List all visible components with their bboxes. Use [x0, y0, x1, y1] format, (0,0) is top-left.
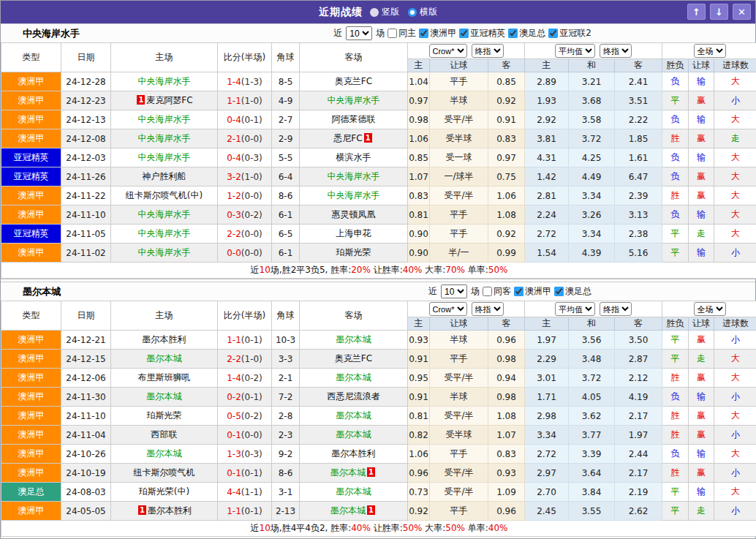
home-team-link[interactable]: 墨尔本胜利 [143, 334, 186, 344]
away-team-link[interactable]: 中央海岸水手 [328, 95, 380, 105]
same-venue-filter[interactable]: 同客 [482, 285, 511, 298]
home-team-link[interactable]: 神户胜利船 [143, 171, 186, 181]
home-team-link[interactable]: 中央海岸水手 [138, 133, 191, 143]
away-team-link[interactable]: 西悉尼流浪者 [328, 391, 380, 402]
avg-period-select[interactable]: 终指 [600, 44, 632, 58]
same-venue-filter[interactable]: 同主 [387, 27, 416, 39]
league-filter[interactable]: 亚冠联2 [548, 27, 591, 39]
home-team-link[interactable]: 中央海岸水手 [138, 152, 191, 162]
away-team-cell: 奥克兰FC [300, 72, 408, 91]
home-team-cell: 中央海岸水手 [111, 225, 218, 244]
home-team-link[interactable]: 西部联 [151, 429, 178, 440]
away-team-link[interactable]: 墨尔本城 [330, 505, 366, 516]
away-team-link[interactable]: 墨尔本城 [336, 429, 371, 440]
same-venue-checkbox[interactable] [388, 29, 397, 38]
odds-period-select[interactable]: 终指 [472, 302, 504, 316]
league-checkbox[interactable] [548, 29, 558, 38]
league-badge: 澳洲甲 [1, 110, 61, 129]
radio-horizontal-view[interactable]: 横版 [408, 6, 437, 18]
away-team-link[interactable]: 墨尔本城 [336, 410, 371, 421]
radio-ring-icon[interactable] [408, 8, 417, 17]
sub-header-3: 主 [525, 317, 569, 331]
away-team-link[interactable]: 上海申花 [336, 228, 371, 238]
home-team-link[interactable]: 布里斯班狮吼 [138, 372, 191, 382]
league-filter[interactable]: 澳洲甲 [418, 27, 456, 39]
sub-header-1: 让球 [430, 317, 488, 331]
home-team-link[interactable]: 纽卡斯尔喷气机 [134, 467, 195, 478]
away-team-link[interactable]: 惠灵顿凤凰 [332, 209, 376, 219]
avg-period-select[interactable]: 终指 [600, 302, 632, 316]
down-arrow-icon: ↓ [715, 7, 723, 18]
avg-source-select[interactable]: 平均值 [555, 302, 595, 316]
league-checkbox[interactable] [419, 29, 428, 38]
result-scope-select[interactable]: 全场 [694, 44, 726, 58]
home-team-link[interactable]: 中央海岸水手 [138, 114, 191, 124]
away-team-link[interactable]: 悉尼FC [333, 133, 362, 143]
move-down-button[interactable]: ↓ [710, 4, 728, 20]
league-checkbox[interactable] [508, 29, 518, 38]
home-team-link[interactable]: 中央海岸水手 [138, 209, 191, 219]
odds-home: 0.81 [408, 206, 430, 225]
home-team-link[interactable]: 纽卡斯尔喷气机(中) [126, 190, 203, 200]
away-team-link[interactable]: 墨尔本城 [336, 372, 371, 382]
same-venue-checkbox[interactable] [483, 287, 492, 296]
home-team-link[interactable]: 墨尔本胜利 [148, 505, 192, 516]
radio-vertical-view[interactable]: 竖版 [370, 6, 399, 18]
home-team-link[interactable]: 麦克阿瑟FC [146, 95, 192, 105]
avg-home: 3.81 [525, 129, 569, 148]
avg-home: 1.97 [525, 331, 569, 350]
move-up-button[interactable]: ↑ [687, 4, 706, 20]
result-scope-select[interactable]: 全场 [694, 302, 726, 316]
odds-away: 0.97 [488, 148, 525, 167]
league-checkbox[interactable] [514, 287, 523, 296]
home-team-link[interactable]: 墨尔本城 [147, 353, 182, 363]
away-team-link[interactable]: 阿德莱德联 [332, 114, 376, 124]
away-team-link[interactable]: 墨尔本城 [336, 334, 371, 344]
odds-away: 0.75 [488, 167, 525, 186]
summary-text: 场,胜4平4负2, 胜率: [271, 523, 351, 533]
avg-home: 2.45 [525, 502, 569, 521]
home-team-link[interactable]: 墨尔本城 [147, 448, 182, 459]
away-team-link[interactable]: 墨尔本城 [336, 486, 371, 497]
odds-period-select[interactable]: 终指 [472, 44, 504, 58]
home-team-link[interactable]: 中央海岸水手 [138, 76, 191, 86]
result-handicap: 赢 [689, 186, 714, 206]
league-filter[interactable]: 澳足总 [553, 285, 591, 298]
home-team-link[interactable]: 珀斯光荣 [147, 410, 182, 421]
league-filter[interactable]: 亚冠精英 [458, 27, 505, 39]
odds-company-select[interactable]: Crow* [429, 44, 467, 58]
radio-filled-icon[interactable] [370, 8, 379, 17]
home-team-link[interactable]: 中央海岸水手 [138, 247, 191, 257]
home-team-cell: 中央海岸水手 [111, 72, 218, 91]
league-checkbox[interactable] [459, 29, 469, 38]
away-team-link[interactable]: 中央海岸水手 [328, 190, 380, 200]
odds-handicap: 受平/半 [430, 483, 488, 502]
odds-company-select[interactable]: Crow* [429, 302, 467, 316]
sub-header-5: 客 [615, 59, 662, 72]
away-team-link[interactable]: 墨尔本胜利 [332, 448, 376, 459]
recent-count-select[interactable]: 10 [346, 26, 372, 40]
away-team-link[interactable]: 奥克兰FC [335, 76, 372, 86]
away-team-link[interactable]: 墨尔本城 [330, 467, 366, 478]
league-checkbox[interactable] [554, 287, 564, 296]
home-team-link[interactable]: 珀斯光荣(中) [139, 486, 189, 497]
score-cell: 0-0(0-0) [218, 244, 272, 263]
away-team-link[interactable]: 横滨水手 [336, 152, 371, 162]
result-outcome: 平 [662, 244, 689, 263]
away-team-link[interactable]: 奥克兰FC [335, 353, 372, 363]
league-filter[interactable]: 澳洲甲 [513, 285, 551, 298]
halftime-score: (0-2) [241, 411, 262, 421]
away-team-link[interactable]: 珀斯光荣 [336, 247, 371, 257]
avg-source-select[interactable]: 平均值 [555, 44, 595, 58]
close-button[interactable]: ✕ [733, 4, 751, 20]
recent-count-select[interactable]: 10 [441, 284, 467, 298]
home-team-link[interactable]: 中央海岸水手 [138, 228, 191, 238]
home-team-link[interactable]: 墨尔本城 [147, 391, 182, 402]
away-team-link[interactable]: 中央海岸水手 [328, 171, 380, 181]
result-handicap: 赢 [689, 91, 714, 110]
filter-controls: 近10场同客澳洲甲澳足总 [428, 284, 591, 298]
league-filter[interactable]: 澳足总 [507, 27, 545, 39]
result-outcome: 平 [662, 350, 689, 369]
match-row: 澳足总24-08-03珀斯光荣(中)4-4(1-1)3-1墨尔本城0.73受平/… [1, 483, 756, 502]
odds-handicap: 平手 [430, 350, 488, 369]
